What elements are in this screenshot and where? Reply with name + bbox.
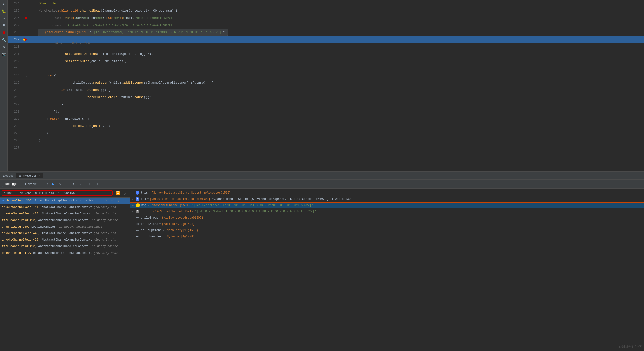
- code-line-226: 226 }: [8, 137, 644, 144]
- code-line-224: 224 forceClose(child, t);: [8, 123, 644, 130]
- tab-debugger[interactable]: Debugger: [2, 181, 22, 187]
- toolbar-separator-2: [85, 182, 85, 187]
- left-sidebar: ▶ 🐛 ↷ ⏸ ⏹ 🔧 ⚙ 📷: [0, 0, 8, 171]
- resume-icon[interactable]: ▶: [50, 181, 56, 187]
- step-run-icon[interactable]: →: [78, 181, 83, 187]
- bookmark-214: [24, 75, 27, 77]
- var-ctx[interactable]: ▶ f ctx = {DefaultChannelHandlerContext@…: [130, 196, 644, 202]
- var-this[interactable]: ▶ f this = {ServerBootstrap$ServerBootst…: [130, 190, 644, 196]
- code-line-227: 227: [8, 144, 644, 151]
- frame-item-3[interactable]: fireChannelRead:412, AbstractChannelHand…: [0, 217, 130, 224]
- frames-panel: "boss-1-1"@1,254 in group "main": RUNNIN…: [0, 189, 130, 351]
- step-out-icon[interactable]: ↑: [71, 181, 76, 187]
- execution-arrow: [24, 38, 28, 42]
- var-child[interactable]: ▶ f child = {NioSocketChannel@1591} "[id…: [130, 208, 644, 215]
- stop-icon[interactable]: ⏹: [1, 30, 7, 36]
- debug-tab-close[interactable]: ×: [39, 174, 40, 177]
- thread-label: "boss-1-1"@1,254 in group "main": RUNNIN…: [4, 191, 75, 195]
- tab-console[interactable]: Console: [22, 181, 40, 187]
- var-icon-this: f: [136, 191, 139, 195]
- code-line-225: 225 }: [8, 130, 644, 137]
- frame-item-1[interactable]: invokeChannelRead:444, AbstractChannelHa…: [0, 204, 130, 211]
- debug-content: "boss-1-1"@1,254 in group "main": RUNNIN…: [0, 189, 644, 351]
- frame-item-7[interactable]: fireChannelRead:412, AbstractChannelHand…: [0, 243, 130, 250]
- bottom-panel: Debugger Console ↺ ▶ ↷ ↓ ↑ → ⊞ ⊟ "boss-1…: [0, 180, 644, 351]
- thread-selector: "boss-1-1"@1,254 in group "main": RUNNIN…: [0, 189, 130, 198]
- frame-item-0[interactable]: ↩ channelRead:209, ServerBootstrap$Serve…: [0, 198, 130, 204]
- step-into-icon[interactable]: ↓: [64, 181, 70, 187]
- frame-item-8[interactable]: channelRead:1410, DefaultChannelPipeline…: [0, 250, 130, 256]
- frame-item-2[interactable]: invokeChannelRead:420, AbstractChannelHa…: [0, 211, 130, 217]
- variables-panel: ▶ f this = {ServerBootstrap$ServerBootst…: [130, 189, 644, 351]
- pause-icon[interactable]: ⏸: [1, 23, 7, 28]
- var-msg[interactable]: ▶ ! msg = {NioSocketChannel@1591} "[id: …: [130, 202, 644, 208]
- debug-tooltip: + {NioSocketChannel@1591} "[id: 0xab7fab…: [38, 29, 228, 36]
- var-icon-ctx: f: [136, 197, 139, 201]
- var-icon-msg: !: [136, 203, 140, 207]
- settings-icon[interactable]: ⚙: [1, 44, 7, 50]
- frames-icon[interactable]: ⊞: [87, 181, 93, 187]
- code-line-219: 219 forceClose(child, future.cause());: [8, 94, 644, 101]
- debug-tab-icon: 🖥: [18, 174, 22, 177]
- var-icon-child: f: [136, 210, 139, 213]
- bookmark-215: [24, 82, 27, 84]
- camera-icon[interactable]: 📷: [1, 52, 7, 57]
- code-line-220: 220 }: [8, 101, 644, 108]
- step-over-icon[interactable]: ↷: [57, 181, 63, 187]
- thread-filter-icon[interactable]: ⏬: [115, 190, 121, 196]
- code-line-212: 212 setAttributes(child, childAttrs);: [8, 58, 644, 65]
- breakpoint-206[interactable]: [24, 17, 27, 19]
- watermark: @稀土掘金技术社区: [618, 345, 642, 348]
- debug-tab-myserver[interactable]: 🖥 MyServer ×: [16, 173, 43, 178]
- thread-dropdown-container[interactable]: "boss-1-1"@1,254 in group "main": RUNNIN…: [2, 190, 113, 196]
- var-icon-childhandler: ∞∞: [136, 235, 139, 238]
- var-childhandler[interactable]: ▶ ∞∞ childHandler = {MyServer$1@1008}: [130, 233, 644, 240]
- var-icon-childgroup: ∞∞: [136, 216, 139, 220]
- debug-tab-name: MyServer: [23, 174, 36, 177]
- debug-icon[interactable]: 🐛: [1, 8, 7, 14]
- var-childoptions[interactable]: ▶ ∞∞ childOptions = {Map$Entry[1]@1593}: [130, 227, 644, 233]
- code-line-213: 213: [8, 65, 644, 72]
- run-icon[interactable]: ▶: [1, 1, 7, 7]
- restart-icon[interactable]: ↺: [44, 181, 50, 187]
- mute-icon[interactable]: ⊟: [94, 181, 100, 187]
- tool-icon[interactable]: 🔧: [1, 37, 7, 43]
- frame-item-5[interactable]: invokeChannelRead:442, AbstractChannelHa…: [0, 230, 130, 237]
- var-childattrs[interactable]: ▶ ∞∞ childAttrs = {Map$Entry[0]@1594}: [130, 221, 644, 227]
- thread-expand-icon[interactable]: ⌄: [122, 190, 128, 196]
- frame-item-6[interactable]: invokeChannelRead:420, AbstractChannelHa…: [0, 237, 130, 243]
- debug-bar: Debug: 🖥 MyServer ×: [0, 171, 644, 180]
- code-line-221: 221 });: [8, 108, 644, 115]
- debug-toolbar: Debugger Console ↺ ▶ ↷ ↓ ↑ → ⊞ ⊟: [0, 180, 644, 189]
- debug-label: Debug:: [3, 174, 13, 177]
- code-line-215: 215 childGroup.register(child).addListen…: [8, 79, 644, 87]
- var-icon-childattrs: ∞∞: [136, 222, 139, 226]
- frame-item-4[interactable]: channelRead:280, LoggingHandler (io.nett…: [0, 224, 130, 230]
- frame-list: ↩ channelRead:209, ServerBootstrap$Serve…: [0, 198, 130, 351]
- toolbar-separator-1: [42, 182, 42, 187]
- var-childgroup[interactable]: ▶ ∞∞ childGroup = {NioEventLoopGroup@100…: [130, 215, 644, 221]
- var-icon-childoptions: ∞∞: [136, 228, 139, 232]
- tooltip-expand[interactable]: +: [41, 30, 43, 34]
- step-over-icon[interactable]: ↷: [1, 16, 7, 21]
- code-line-209: 209 childHandler: MyServer$1@: [8, 36, 644, 43]
